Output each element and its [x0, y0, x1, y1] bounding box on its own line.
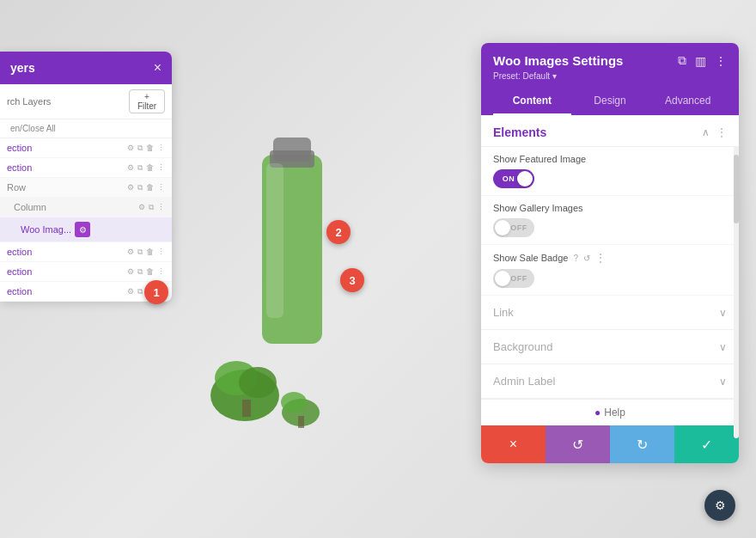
layers-panel: yers × + Filter en/Close All ection ⚙ ⧉ …	[0, 52, 172, 302]
more-icon-3[interactable]: ⋮	[157, 248, 165, 256]
copy-window-icon[interactable]: ⧉	[678, 53, 686, 68]
settings-tabs: Content Design Advanced	[493, 88, 727, 115]
tab-design[interactable]: Design	[571, 88, 649, 115]
gear-icon-1[interactable]: ⚙	[127, 144, 134, 152]
woo-settings-button[interactable]: ⚙	[75, 222, 90, 237]
collapse-icon[interactable]: ∧	[702, 126, 710, 138]
tab-advanced[interactable]: Advanced	[649, 88, 727, 115]
sale-badge-toggle-container: OFF	[493, 269, 727, 288]
more-icon-column[interactable]: ⋮	[157, 203, 165, 211]
sale-badge-toggle[interactable]: OFF	[493, 269, 534, 288]
layer-item-section-2[interactable]: ection ⚙ ⧉ 🗑 ⋮	[0, 158, 172, 178]
trash-icon-4[interactable]: 🗑	[146, 267, 154, 276]
link-label: Link	[493, 306, 514, 319]
admin-label-section[interactable]: Admin Label ∨	[481, 364, 739, 399]
more-icon-1[interactable]: ⋮	[157, 144, 165, 152]
featured-image-label: Show Featured Image	[493, 154, 586, 164]
more-icon-2[interactable]: ⋮	[157, 163, 165, 172]
layer-icons-column: ⚙ ⧉ ⋮	[138, 203, 165, 212]
sale-badge-more-icon[interactable]: ⋮	[595, 252, 606, 264]
copy-icon-4[interactable]: ⧉	[137, 267, 143, 277]
section-more-icon[interactable]: ⋮	[716, 126, 727, 138]
layers-search-input[interactable]	[7, 96, 125, 107]
trash-icon-1[interactable]: 🗑	[146, 144, 154, 152]
show-gallery-images-row: Show Gallery Images OFF	[481, 196, 739, 245]
settings-title-row: Woo Images Settings ⧉ ▥ ⋮	[493, 53, 727, 68]
redo-button[interactable]: ↻	[610, 425, 674, 463]
sale-badge-label-row: Show Sale Badge ? ↺ ⋮	[493, 252, 727, 264]
background-chevron-icon: ∨	[719, 341, 727, 353]
gear-icon-2[interactable]: ⚙	[127, 163, 134, 172]
open-close-all-button[interactable]: en/Close All	[0, 119, 172, 138]
badge-1: 1	[144, 280, 168, 304]
gear-icon-5[interactable]: ⚙	[127, 287, 134, 296]
settings-footer: × ↺ ↻ ✓	[481, 425, 739, 463]
settings-preset[interactable]: Preset: Default ▾	[493, 71, 727, 81]
help-text[interactable]: Help	[604, 407, 625, 419]
admin-label-chevron-icon: ∨	[719, 376, 727, 388]
layer-item-column[interactable]: Column ⚙ ⧉ ⋮	[0, 198, 172, 217]
svg-point-9	[281, 392, 307, 413]
reset-button[interactable]: ↺	[546, 425, 610, 463]
show-featured-image-row: Show Featured Image ON	[481, 147, 739, 196]
featured-image-toggle[interactable]: ON	[493, 169, 534, 188]
floating-settings-icon[interactable]: ⚙	[704, 490, 735, 521]
layers-close-button[interactable]: ×	[154, 60, 162, 76]
woo-label: Woo Imag...	[21, 224, 71, 235]
show-sale-badge-row: Show Sale Badge ? ↺ ⋮ OFF	[481, 245, 739, 296]
gear-icon-row[interactable]: ⚙	[127, 183, 134, 192]
layer-item-woo[interactable]: Woo Imag... ⚙	[0, 217, 172, 242]
layers-header: yers ×	[0, 52, 172, 84]
layer-item-section-4[interactable]: ection ⚙ ⧉ 🗑 ⋮	[0, 262, 172, 282]
filter-button[interactable]: + Filter	[129, 89, 165, 113]
section-header-icons: ∧ ⋮	[702, 126, 727, 138]
kebab-menu-icon[interactable]: ⋮	[715, 54, 727, 68]
more-icon-row[interactable]: ⋮	[157, 183, 165, 192]
tab-content[interactable]: Content	[493, 88, 571, 115]
help-icon: ●	[594, 407, 601, 419]
more-icon-4[interactable]: ⋮	[157, 267, 165, 276]
settings-header: Woo Images Settings ⧉ ▥ ⋮ Preset: Defaul…	[481, 43, 739, 115]
gear-icon-3[interactable]: ⚙	[127, 248, 134, 256]
layer-item-row[interactable]: Row ⚙ ⧉ 🗑 ⋮	[0, 178, 172, 198]
trash-icon-3[interactable]: 🗑	[146, 248, 154, 256]
layer-icons-3: ⚙ ⧉ 🗑 ⋮	[127, 248, 165, 257]
gear-icon-4[interactable]: ⚙	[127, 267, 134, 276]
save-button[interactable]: ✓	[674, 425, 739, 463]
sale-badge-reset-icon[interactable]: ↺	[583, 254, 590, 263]
settings-panel-title: Woo Images Settings	[493, 53, 623, 68]
scroll-thumb[interactable]	[734, 155, 739, 223]
gallery-images-toggle-knob	[495, 220, 510, 235]
trash-icon-row[interactable]: 🗑	[146, 183, 154, 192]
copy-icon-3[interactable]: ⧉	[137, 248, 143, 257]
featured-image-toggle-knob	[517, 171, 533, 186]
gear-icon-column[interactable]: ⚙	[138, 203, 145, 211]
layer-label-row: Row	[7, 182, 127, 193]
copy-icon-column[interactable]: ⧉	[149, 203, 154, 212]
copy-icon-5[interactable]: ⧉	[137, 287, 143, 297]
link-chevron-icon: ∨	[719, 307, 727, 319]
background-label: Background	[493, 340, 552, 353]
featured-image-toggle-label: ON	[503, 174, 515, 183]
help-row: ● Help	[481, 399, 739, 425]
cancel-button[interactable]: ×	[481, 425, 546, 463]
background-section[interactable]: Background ∨	[481, 330, 739, 364]
layer-icons-2: ⚙ ⧉ 🗑 ⋮	[127, 163, 165, 173]
layer-label-1: ection	[7, 143, 127, 153]
trash-icon-2[interactable]: 🗑	[146, 163, 154, 172]
copy-icon-2[interactable]: ⧉	[137, 163, 143, 173]
sale-badge-toggle-label: OFF	[510, 274, 527, 283]
link-section[interactable]: Link ∨	[481, 296, 739, 330]
gallery-images-toggle[interactable]: OFF	[493, 218, 534, 237]
product-svg	[180, 86, 404, 447]
layer-item-section-1[interactable]: ection ⚙ ⧉ 🗑 ⋮	[0, 138, 172, 158]
copy-icon-1[interactable]: ⧉	[137, 144, 143, 153]
columns-icon[interactable]: ▥	[695, 54, 706, 68]
svg-rect-7	[242, 400, 251, 417]
product-image	[172, 69, 412, 464]
sale-badge-help-icon[interactable]: ?	[573, 254, 578, 263]
svg-rect-10	[298, 416, 304, 428]
layer-icons-4: ⚙ ⧉ 🗑 ⋮	[127, 267, 165, 277]
copy-icon-row[interactable]: ⧉	[137, 183, 143, 193]
layer-item-section-3[interactable]: ection ⚙ ⧉ 🗑 ⋮	[0, 242, 172, 262]
